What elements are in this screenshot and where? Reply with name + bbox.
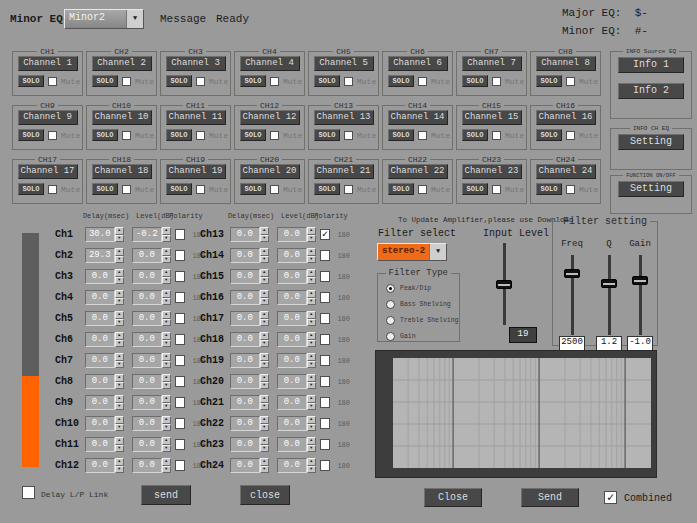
spinner-down-button[interactable]: ▼ <box>115 340 124 348</box>
minor-eq-select[interactable]: Minor2 ▼ <box>64 9 144 29</box>
ch9-level-spinner[interactable]: 0.0▲▼ <box>132 395 171 410</box>
spinner-up-button[interactable]: ▲ <box>162 311 171 319</box>
ch12-mute-checkbox[interactable] <box>270 131 279 140</box>
spinner-up-button[interactable]: ▲ <box>260 248 269 256</box>
ch21-solo-button[interactable]: SOLO <box>314 183 340 195</box>
ch18-button[interactable]: Channel 18 <box>92 164 152 179</box>
ch10-delay-spinner[interactable]: 0.0▲▼ <box>85 416 124 431</box>
ch3-polarity-checkbox[interactable] <box>175 271 186 282</box>
spinner-down-button[interactable]: ▼ <box>260 424 269 432</box>
q-slider[interactable] <box>601 255 617 335</box>
spinner-down-button[interactable]: ▼ <box>115 298 124 306</box>
ch5-mute-checkbox[interactable] <box>344 77 353 86</box>
q-slider-track[interactable] <box>608 255 611 335</box>
spinner-down-button[interactable]: ▼ <box>260 403 269 411</box>
ch4-polarity-checkbox[interactable] <box>175 292 186 303</box>
ch22-polarity-checkbox[interactable] <box>320 418 331 429</box>
ch5-level-spinner[interactable]: 0.0▲▼ <box>132 311 171 326</box>
gain-slider-track[interactable] <box>639 255 642 335</box>
spinner-up-button[interactable]: ▲ <box>260 353 269 361</box>
spinner-down-button[interactable]: ▼ <box>307 361 316 369</box>
ch11-button[interactable]: Channel 11 <box>166 110 226 125</box>
ch8-level-spinner[interactable]: 0.0▲▼ <box>132 374 171 389</box>
ch1-mute-checkbox[interactable] <box>48 77 57 86</box>
ch13-solo-button[interactable]: SOLO <box>314 129 340 141</box>
ch17-mute-checkbox[interactable] <box>48 185 57 194</box>
ch18-level-spinner[interactable]: 0.0▲▼ <box>277 332 316 347</box>
ch20-button[interactable]: Channel 20 <box>240 164 300 179</box>
spinner-down-button[interactable]: ▼ <box>307 319 316 327</box>
ch4-level-spinner[interactable]: 0.0▲▼ <box>132 290 171 305</box>
spinner-up-button[interactable]: ▲ <box>115 269 124 277</box>
filter-type-radio-gain[interactable] <box>386 332 395 341</box>
ch20-mute-checkbox[interactable] <box>270 185 279 194</box>
spinner-down-button[interactable]: ▼ <box>162 256 171 264</box>
freq-slider-thumb[interactable] <box>564 269 580 278</box>
ch3-level-spinner[interactable]: 0.0▲▼ <box>132 269 171 284</box>
spinner-up-button[interactable]: ▲ <box>307 269 316 277</box>
ch20-polarity-checkbox[interactable] <box>320 376 331 387</box>
ch18-mute-checkbox[interactable] <box>122 185 131 194</box>
ch21-button[interactable]: Channel 21 <box>314 164 374 179</box>
ch11-mute-checkbox[interactable] <box>196 131 205 140</box>
ch24-mute-checkbox[interactable] <box>566 185 575 194</box>
spinner-up-button[interactable]: ▲ <box>162 269 171 277</box>
ch19-polarity-checkbox[interactable] <box>320 355 331 366</box>
spinner-up-button[interactable]: ▲ <box>115 290 124 298</box>
spinner-up-button[interactable]: ▲ <box>260 269 269 277</box>
ch10-solo-button[interactable]: SOLO <box>92 129 118 141</box>
spinner-up-button[interactable]: ▲ <box>260 311 269 319</box>
ch1-level-spinner[interactable]: -0.2▲▼ <box>132 227 171 242</box>
spinner-down-button[interactable]: ▼ <box>115 256 124 264</box>
spinner-down-button[interactable]: ▼ <box>162 382 171 390</box>
ch6-level-spinner[interactable]: 0.0▲▼ <box>132 332 171 347</box>
spinner-up-button[interactable]: ▲ <box>260 416 269 424</box>
ch15-mute-checkbox[interactable] <box>492 131 501 140</box>
spinner-down-button[interactable]: ▼ <box>162 445 171 453</box>
ch22-mute-checkbox[interactable] <box>418 185 427 194</box>
ch2-polarity-checkbox[interactable] <box>175 250 186 261</box>
spinner-down-button[interactable]: ▼ <box>115 319 124 327</box>
ch6-polarity-checkbox[interactable] <box>175 334 186 345</box>
ch15-delay-spinner[interactable]: 0.0▲▼ <box>230 269 269 284</box>
ch4-mute-checkbox[interactable] <box>270 77 279 86</box>
spinner-up-button[interactable]: ▲ <box>115 332 124 340</box>
ch15-polarity-checkbox[interactable] <box>320 271 331 282</box>
spinner-down-button[interactable]: ▼ <box>162 319 171 327</box>
ch14-button[interactable]: Channel 14 <box>388 110 448 125</box>
ch24-delay-spinner[interactable]: 0.0▲▼ <box>230 458 269 473</box>
ch11-solo-button[interactable]: SOLO <box>166 129 192 141</box>
ch3-button[interactable]: Channel 3 <box>166 56 226 71</box>
spinner-up-button[interactable]: ▲ <box>115 416 124 424</box>
gain-slider[interactable] <box>632 255 648 335</box>
ch16-polarity-checkbox[interactable] <box>320 292 331 303</box>
ch8-delay-spinner[interactable]: 0.0▲▼ <box>85 374 124 389</box>
ch1-button[interactable]: Channel 1 <box>18 56 78 71</box>
spinner-up-button[interactable]: ▲ <box>115 437 124 445</box>
spinner-up-button[interactable]: ▲ <box>115 374 124 382</box>
ch13-button[interactable]: Channel 13 <box>314 110 374 125</box>
ch7-mute-checkbox[interactable] <box>492 77 501 86</box>
input-level-slider[interactable] <box>496 243 512 325</box>
ch8-solo-button[interactable]: SOLO <box>536 75 562 87</box>
spinner-up-button[interactable]: ▲ <box>115 458 124 466</box>
spinner-down-button[interactable]: ▼ <box>162 361 171 369</box>
ch15-solo-button[interactable]: SOLO <box>462 129 488 141</box>
spinner-down-button[interactable]: ▼ <box>260 256 269 264</box>
spinner-down-button[interactable]: ▼ <box>260 466 269 474</box>
spinner-up-button[interactable]: ▲ <box>307 437 316 445</box>
spinner-up-button[interactable]: ▲ <box>162 374 171 382</box>
ch5-delay-spinner[interactable]: 0.0▲▼ <box>85 311 124 326</box>
ch14-level-spinner[interactable]: 0.0▲▼ <box>277 248 316 263</box>
spinner-down-button[interactable]: ▼ <box>307 277 316 285</box>
ch9-mute-checkbox[interactable] <box>48 131 57 140</box>
ch22-delay-spinner[interactable]: 0.0▲▼ <box>230 416 269 431</box>
ch9-delay-spinner[interactable]: 0.0▲▼ <box>85 395 124 410</box>
ch7-polarity-checkbox[interactable] <box>175 355 186 366</box>
spinner-down-button[interactable]: ▼ <box>307 256 316 264</box>
spinner-down-button[interactable]: ▼ <box>307 466 316 474</box>
spinner-up-button[interactable]: ▲ <box>162 290 171 298</box>
ch16-mute-checkbox[interactable] <box>566 131 575 140</box>
spinner-down-button[interactable]: ▼ <box>115 235 124 243</box>
ch21-level-spinner[interactable]: 0.0▲▼ <box>277 395 316 410</box>
